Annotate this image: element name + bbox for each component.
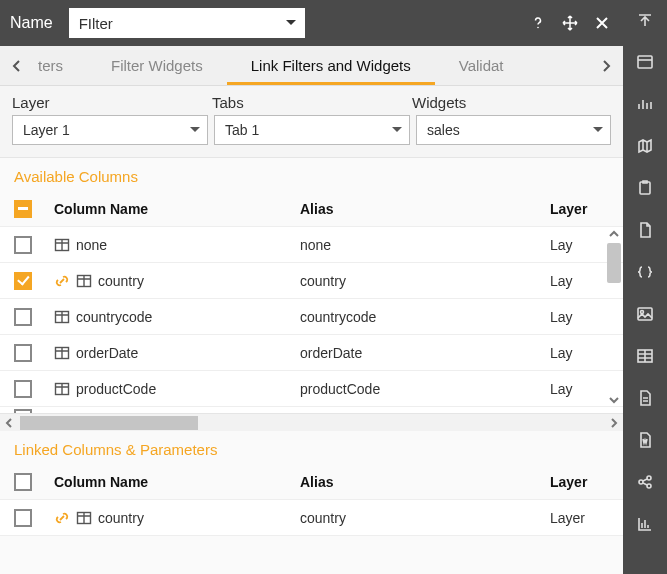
titlebar-filter-select[interactable]: FIlter: [69, 8, 305, 38]
svg-point-0: [537, 27, 539, 29]
linked-columns-title: Linked Columns & Parameters: [0, 431, 623, 464]
code-icon[interactable]: [631, 258, 659, 286]
column-icon: [54, 309, 70, 325]
caret-down-icon: [592, 124, 604, 136]
available-header-layer[interactable]: Layer: [550, 201, 623, 217]
available-select-all-checkbox[interactable]: [14, 200, 32, 218]
tab-link-filters-and-widgets[interactable]: Link Filters and Widgets: [227, 46, 435, 85]
help-icon[interactable]: [527, 12, 549, 34]
move-icon[interactable]: [559, 12, 581, 34]
link-icon: [54, 510, 70, 526]
chart-icon[interactable]: [631, 510, 659, 538]
svg-rect-7: [638, 56, 652, 68]
linked-header-layer[interactable]: Layer: [550, 474, 623, 490]
available-row[interactable]: countrycountryLay: [0, 263, 623, 299]
row-checkbox[interactable]: [14, 272, 32, 290]
available-row[interactable]: countrycodecountrycodeLay: [0, 299, 623, 335]
tabs-scroll-right[interactable]: [589, 46, 623, 85]
tab-partial-left[interactable]: ters: [34, 46, 87, 85]
column-alias: country: [300, 273, 550, 289]
column-alias: productCode: [300, 381, 550, 397]
available-row[interactable]: productCodeproductCodeLay: [0, 371, 623, 407]
column-alias: none: [300, 237, 550, 253]
column-layer: Layer: [550, 510, 623, 526]
widgets-dropdown[interactable]: sales: [416, 115, 611, 145]
clipboard-icon[interactable]: [631, 174, 659, 202]
scroll-up-icon[interactable]: [607, 227, 621, 241]
column-icon: [54, 237, 70, 253]
available-row[interactable]: orderDateorderDateLay: [0, 335, 623, 371]
widgets-dropdown-label: Widgets: [412, 94, 611, 111]
tabs-dropdown-value: Tab 1: [225, 122, 259, 138]
scroll-thumb[interactable]: [607, 243, 621, 283]
titlebar-name-label: Name: [10, 14, 53, 32]
row-checkbox[interactable]: [14, 236, 32, 254]
column-name: countrycode: [76, 309, 152, 325]
scroll-down-icon[interactable]: [607, 393, 621, 407]
column-name: orderDate: [76, 345, 138, 361]
row-checkbox[interactable]: [14, 380, 32, 398]
table-icon[interactable]: [631, 342, 659, 370]
row-checkbox[interactable]: [14, 409, 32, 414]
svg-rect-9: [638, 308, 652, 320]
column-name: none: [76, 237, 107, 253]
available-row[interactable]: [0, 407, 623, 413]
available-vertical-scrollbar[interactable]: [605, 227, 623, 407]
map-icon[interactable]: [631, 132, 659, 160]
tabs-scroll-left[interactable]: [0, 46, 34, 85]
share-icon[interactable]: [631, 468, 659, 496]
scroll-left-icon[interactable]: [0, 414, 18, 432]
row-checkbox[interactable]: [14, 344, 32, 362]
caret-down-icon: [391, 124, 403, 136]
document-icon[interactable]: [631, 216, 659, 244]
linked-header-name[interactable]: Column Name: [54, 474, 300, 490]
tab-partial-right[interactable]: Validat: [435, 46, 528, 85]
column-icon: [54, 381, 70, 397]
tabs-dropdown-label: Tabs: [212, 94, 412, 111]
layer-dropdown[interactable]: Layer 1: [12, 115, 208, 145]
image-icon[interactable]: [631, 300, 659, 328]
word-doc-icon[interactable]: [631, 426, 659, 454]
column-alias: country: [300, 510, 550, 526]
sheet-icon[interactable]: [631, 384, 659, 412]
column-alias: orderDate: [300, 345, 550, 361]
linked-row[interactable]: countrycountryLayer: [0, 500, 623, 536]
linked-header-alias[interactable]: Alias: [300, 474, 550, 490]
link-icon: [54, 273, 70, 289]
analytics-icon[interactable]: [631, 90, 659, 118]
caret-down-icon: [189, 124, 201, 136]
collapse-top-icon[interactable]: [631, 6, 659, 34]
tabs-dropdown[interactable]: Tab 1: [214, 115, 410, 145]
available-row[interactable]: nonenoneLay: [0, 227, 623, 263]
column-icon: [54, 345, 70, 361]
available-columns-title: Available Columns: [0, 158, 623, 191]
tab-filter-widgets[interactable]: Filter Widgets: [87, 46, 227, 85]
row-checkbox[interactable]: [14, 308, 32, 326]
available-header-alias[interactable]: Alias: [300, 201, 550, 217]
scroll-right-icon[interactable]: [605, 414, 623, 432]
scroll-thumb[interactable]: [20, 416, 198, 430]
available-header-name[interactable]: Column Name: [54, 201, 300, 217]
svg-point-14: [647, 484, 651, 488]
svg-rect-8: [640, 182, 650, 194]
available-horizontal-scrollbar[interactable]: [0, 413, 623, 431]
column-name: country: [98, 510, 144, 526]
caret-down-icon: [285, 17, 297, 29]
layer-dropdown-value: Layer 1: [23, 122, 70, 138]
svg-point-13: [647, 476, 651, 480]
column-name: productCode: [76, 381, 156, 397]
svg-point-12: [639, 480, 643, 484]
column-icon: [76, 273, 92, 289]
data-panel-icon[interactable]: [631, 48, 659, 76]
right-sidebar: [623, 0, 667, 574]
linked-select-all-checkbox[interactable]: [14, 473, 32, 491]
column-alias: countrycode: [300, 309, 550, 325]
close-icon[interactable]: [591, 12, 613, 34]
widgets-dropdown-value: sales: [427, 122, 460, 138]
titlebar-filter-value: FIlter: [79, 15, 113, 32]
layer-dropdown-label: Layer: [12, 94, 212, 111]
column-icon: [76, 510, 92, 526]
row-checkbox[interactable]: [14, 509, 32, 527]
column-name: country: [98, 273, 144, 289]
